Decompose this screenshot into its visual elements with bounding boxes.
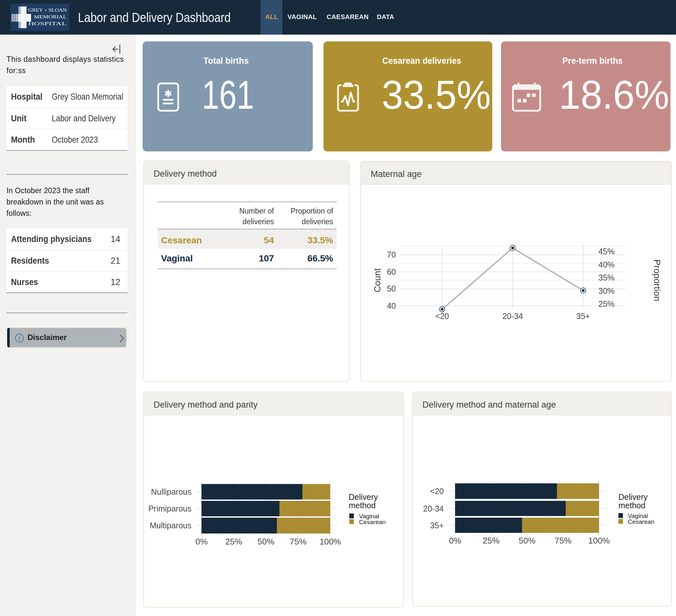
- svg-text:25%: 25%: [598, 299, 615, 308]
- svg-text:40: 40: [387, 301, 396, 310]
- svg-text:0%: 0%: [195, 537, 208, 547]
- svg-text:<20: <20: [430, 487, 444, 496]
- svg-text:HOSPITAL: HOSPITAL: [28, 21, 67, 26]
- svg-text:75%: 75%: [289, 537, 306, 547]
- svg-text:Count: Count: [372, 268, 382, 292]
- svg-text:Proportion: Proportion: [652, 260, 662, 301]
- svg-text:35+: 35+: [576, 312, 590, 321]
- svg-text:20-34: 20-34: [423, 504, 444, 513]
- svg-text:50: 50: [387, 284, 396, 293]
- svg-text:Multiparous: Multiparous: [150, 521, 191, 530]
- svg-text:45%: 45%: [598, 247, 615, 256]
- svg-text:Delivery: Delivery: [618, 492, 648, 501]
- svg-text:35%: 35%: [598, 273, 615, 282]
- svg-text:100%: 100%: [320, 537, 341, 547]
- svg-text:Delivery: Delivery: [349, 492, 378, 501]
- svg-text:GREY + SLOAN: GREY + SLOAN: [28, 7, 67, 13]
- svg-text:method: method: [618, 501, 645, 510]
- svg-text:40%: 40%: [598, 260, 615, 269]
- svg-text:i: i: [18, 334, 20, 342]
- svg-text:<20: <20: [435, 312, 449, 321]
- svg-text:25%: 25%: [225, 537, 242, 547]
- svg-text:50%: 50%: [258, 537, 274, 547]
- svg-text:35+: 35+: [430, 521, 444, 530]
- svg-text:method: method: [349, 501, 376, 510]
- svg-text:MEMORIAL: MEMORIAL: [34, 14, 67, 19]
- svg-text:100%: 100%: [588, 536, 610, 546]
- svg-text:70: 70: [387, 250, 396, 259]
- svg-text:Nulliparous: Nulliparous: [151, 487, 191, 496]
- svg-text:75%: 75%: [555, 536, 571, 546]
- svg-text:Primiparous: Primiparous: [149, 504, 191, 513]
- svg-text:0%: 0%: [449, 536, 461, 546]
- svg-text:30%: 30%: [598, 286, 615, 295]
- svg-text:25%: 25%: [483, 536, 499, 546]
- svg-text:50%: 50%: [518, 536, 535, 546]
- svg-text:Cesarean: Cesarean: [359, 519, 386, 525]
- svg-text:20-34: 20-34: [502, 312, 523, 321]
- svg-text:60: 60: [387, 267, 396, 276]
- svg-text:Cesarean: Cesarean: [628, 518, 654, 525]
